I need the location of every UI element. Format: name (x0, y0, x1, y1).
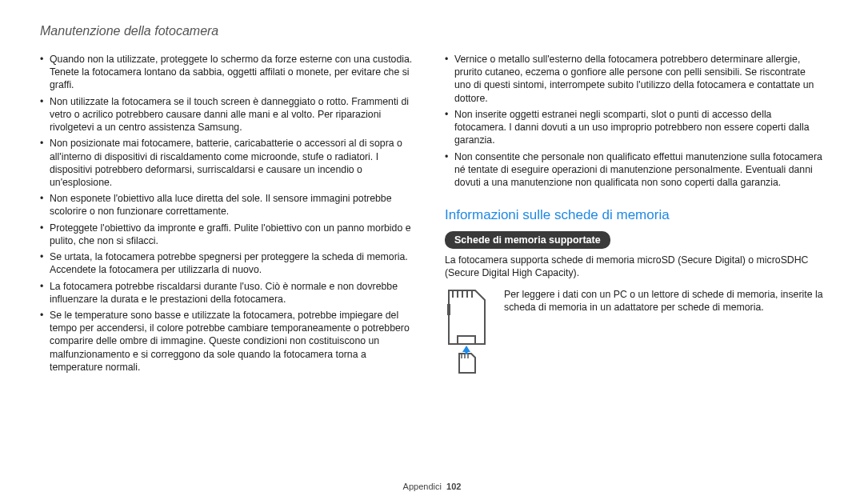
list-item: Non inserite oggetti estranei negli scom… (445, 108, 824, 147)
sd-adapter-icon (445, 288, 493, 376)
svg-rect-11 (466, 351, 468, 354)
svg-rect-6 (458, 336, 475, 344)
supported-cards-pill: Schede di memoria supportate (445, 231, 610, 250)
list-item: Proteggete l'obiettivo da impronte e gra… (40, 222, 419, 247)
footer-label: Appendici (403, 482, 442, 491)
list-item: Quando non la utilizzate, proteggete lo … (40, 53, 419, 92)
footer-page-number: 102 (446, 482, 461, 491)
list-item: Non posizionate mai fotocamere, batterie… (40, 137, 419, 189)
left-bullet-list: Quando non la utilizzate, proteggete lo … (40, 53, 419, 374)
adapter-row: Per leggere i dati con un PC o un lettor… (445, 288, 824, 376)
left-column: Quando non la utilizzate, proteggete lo … (40, 53, 419, 377)
right-bullet-list: Vernice o metallo sull'esterno della fot… (445, 53, 824, 189)
list-item: Se urtata, la fotocamera potrebbe spegne… (40, 250, 419, 276)
list-item: Vernice o metallo sull'esterno della fot… (445, 53, 824, 105)
list-item: Se le temperature sono basse e utilizzat… (40, 309, 419, 374)
right-column: Vernice o metallo sull'esterno della fot… (445, 53, 824, 377)
section-title: Manutenzione della fotocamera (40, 24, 824, 38)
svg-marker-10 (462, 346, 470, 352)
list-item: Non consentite che personale non qualifi… (445, 150, 824, 190)
svg-rect-0 (447, 304, 450, 315)
page-footer: Appendici 102 (0, 482, 864, 491)
two-column-layout: Quando non la utilizzate, proteggete lo … (40, 53, 824, 377)
document-page: Manutenzione della fotocamera Quando non… (0, 0, 864, 504)
list-item: Non esponete l'obiettivo alla luce diret… (40, 192, 419, 218)
support-text: La fotocamera supporta schede di memoria… (445, 254, 824, 279)
list-item: La fotocamera potrebbe riscaldarsi duran… (40, 280, 419, 306)
memory-heading: Informazioni sulle schede di memoria (445, 206, 824, 224)
list-item: Non utilizzate la fotocamera se il touch… (40, 95, 419, 134)
adapter-text: Per leggere i dati con un PC o un lettor… (504, 288, 824, 314)
